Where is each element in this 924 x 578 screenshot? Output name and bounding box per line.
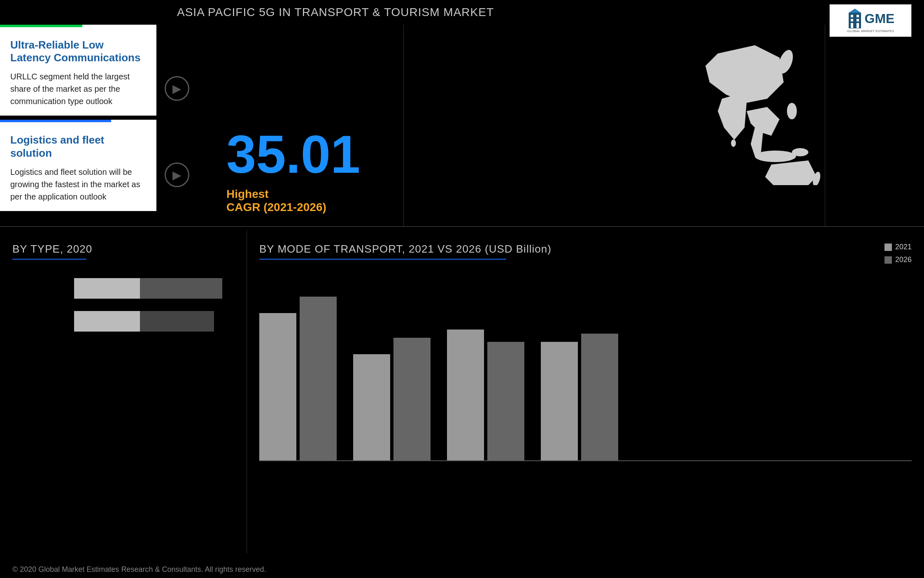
by-type-title: BY TYPE, 2020	[12, 243, 234, 255]
bar-2026-2	[393, 338, 431, 461]
bar-pair-4	[541, 334, 618, 461]
by-mode-underline	[259, 259, 506, 260]
card-urllc: Ultra-Reliable Low Latency Communication…	[0, 25, 156, 116]
bar-2026-4	[581, 334, 618, 461]
cagr-label: Highest CAGR (2021-2026)	[226, 188, 326, 214]
map-svg	[664, 29, 821, 185]
svg-rect-3	[851, 19, 853, 21]
chart-baseline	[259, 460, 912, 461]
footer: © 2020 Global Market Estimates Research …	[12, 565, 266, 574]
svg-marker-7	[849, 9, 861, 13]
bar-dark-2	[140, 311, 214, 332]
chart-legend: 2021 2026	[884, 243, 912, 264]
logo-icon	[847, 9, 863, 29]
card1-body: URLLC segment held the largest share of …	[10, 70, 146, 107]
arrow-icon-2[interactable]: ▶	[165, 162, 189, 187]
bar-pair-1	[259, 297, 337, 461]
arrow-icon-1[interactable]: ▶	[165, 76, 189, 101]
page-container: ASIA PACIFIC 5G IN TRANSPORT & TOURISM M…	[0, 0, 924, 578]
legend-2021: 2021	[884, 243, 912, 251]
bar-2026-1	[300, 297, 337, 461]
svg-rect-5	[851, 23, 853, 28]
card2-top-bar	[0, 120, 111, 122]
bar-group-1	[74, 278, 222, 299]
main-stat-number: 35.01	[226, 123, 360, 185]
legend-box-2026	[884, 256, 892, 264]
by-mode-title: BY MODE OF TRANSPORT, 2021 VS 2026 (USD …	[259, 243, 912, 255]
bar-group-2	[74, 311, 214, 332]
svg-point-14	[731, 139, 736, 147]
svg-rect-4	[857, 19, 859, 21]
logo-text: GME	[865, 11, 895, 26]
card-logistics: Logistics and fleet solution Logistics a…	[0, 120, 156, 211]
svg-point-12	[792, 148, 808, 156]
card1-title: Ultra-Reliable Low Latency Communication…	[10, 39, 146, 64]
bar-2021-4	[541, 342, 578, 461]
page-title: ASIA PACIFIC 5G IN TRANSPORT & TOURISM M…	[177, 6, 494, 19]
bar-chart	[259, 272, 912, 469]
card1-top-bar	[0, 25, 82, 27]
bar-pair-3	[447, 330, 524, 461]
svg-rect-2	[857, 15, 859, 17]
by-type-underline	[12, 259, 86, 260]
header: ASIA PACIFIC 5G IN TRANSPORT & TOURISM M…	[0, 0, 924, 25]
svg-point-10	[787, 103, 797, 119]
legend-box-2021	[884, 244, 892, 251]
logo-subtitle: GLOBAL MARKET ESTIMATES	[847, 29, 895, 33]
bottom-section: BY TYPE, 2020 BY MODE OF TRANSPORT, 2021…	[0, 230, 924, 553]
svg-rect-6	[857, 23, 859, 28]
bar-light-1	[74, 278, 140, 299]
by-type-section: BY TYPE, 2020	[0, 230, 247, 553]
bar-2021-3	[447, 330, 484, 461]
bar-dark-1	[140, 278, 222, 299]
bar-2026-3	[487, 342, 524, 461]
bar-row-1	[12, 276, 234, 301]
bar-pair-2	[353, 338, 431, 461]
bar-2021-2	[353, 354, 390, 461]
legend-2026: 2026	[884, 255, 912, 264]
card2-body: Logistics and fleet solution will be gro…	[10, 166, 146, 203]
bar-row-2	[12, 309, 234, 334]
svg-rect-1	[851, 15, 853, 17]
horizontal-divider	[0, 226, 924, 227]
bar-light-2	[74, 311, 140, 332]
map-area: 35.01 Highest CAGR (2021-2026)	[193, 25, 825, 226]
bar-2021-1	[259, 313, 296, 461]
logo-box: GME GLOBAL MARKET ESTIMATES	[829, 4, 912, 37]
card2-title: Logistics and fleet solution	[10, 134, 146, 159]
svg-rect-0	[849, 13, 861, 28]
by-mode-section: BY MODE OF TRANSPORT, 2021 VS 2026 (USD …	[247, 230, 924, 553]
svg-point-11	[755, 151, 796, 162]
left-panel: Ultra-Reliable Low Latency Communication…	[0, 25, 156, 222]
